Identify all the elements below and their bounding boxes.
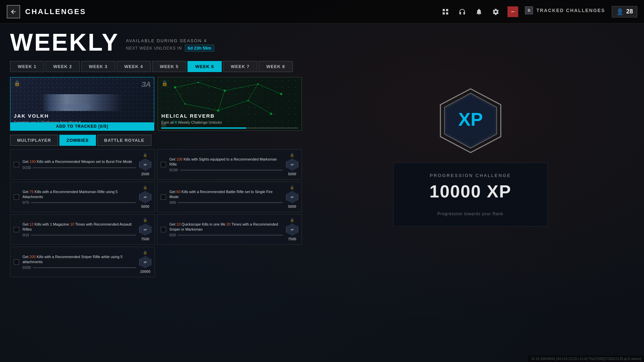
xp-hexagon-svg: XP (437, 87, 504, 154)
week-tab-week-1[interactable]: WEEK 1 (10, 61, 44, 72)
challenge-checkbox-5[interactable] (14, 227, 19, 232)
svg-line-9 (175, 82, 198, 87)
back-button[interactable] (7, 5, 20, 18)
grid-icon[interactable] (440, 7, 450, 17)
challenge-lock-icon-4: 🔒 (290, 185, 294, 190)
challenge-text-1: Get 150 Kills with a Recommended Weapon … (22, 159, 136, 169)
challenge-text-3: Get 75 Kills with a Recommended Marksman… (22, 189, 136, 205)
challenge-xp-badge-6: XP (286, 224, 298, 236)
challenge-right-4: 🔒 XP 5000 (286, 185, 298, 208)
mode-tab-battle-royale[interactable]: BATTLE ROYALE (97, 135, 152, 146)
challenge-right-2: 🔒 XP 5000 (286, 153, 298, 176)
challenge-checkbox-3[interactable] (14, 194, 19, 200)
challenge-checkbox-6[interactable] (161, 227, 166, 232)
jak-lock-icon: 🔒 (14, 80, 20, 86)
week-tab-week-8[interactable]: WEEK 8 (259, 61, 293, 72)
xp-badge-big: XP (434, 84, 507, 158)
challenge-desc-6: Get 10 Quickscope Kills in one life 20 T… (169, 222, 283, 232)
week-tab-week-5[interactable]: WEEK 5 (152, 61, 186, 72)
bell-icon[interactable] (474, 7, 484, 17)
week-tab-week-7[interactable]: WEEK 7 (223, 61, 257, 72)
week-tab-week-2[interactable]: WEEK 2 (46, 61, 80, 72)
week-tabs: WEEK 1WEEK 2WEEK 3WEEK 4WEEK 5WEEK 6WEEK… (10, 61, 634, 72)
jak-brand: ЗА (141, 80, 151, 89)
reward-card-helical-reverb[interactable]: 🔒 (158, 77, 302, 131)
challenge-item-2: Get 100 Kills with Sights equipped to a … (157, 149, 302, 180)
challenge-xp-badge-inner-5: XP (144, 229, 147, 231)
add-tracked-button[interactable]: ADD TO TRACKED [0/5] (10, 122, 154, 130)
challenge-progress-2: 0/100 (169, 168, 283, 172)
challenge-xp-badge-3: XP (139, 191, 151, 203)
challenge-progress-3: 0/75 (22, 201, 136, 204)
week-tab-week-6[interactable]: WEEK 6 (187, 61, 222, 72)
challenge-bar-1 (33, 167, 136, 168)
svg-line-18 (248, 84, 258, 101)
helical-progress-fill (161, 127, 246, 129)
svg-line-12 (258, 84, 281, 94)
week-tab-week-3[interactable]: WEEK 3 (81, 61, 115, 72)
challenge-right-5: 🔒 XP 7500 (139, 218, 151, 241)
challenge-text-6: Get 10 Quickscope Kills in one life 20 T… (169, 222, 283, 237)
weekly-unlock: NEXT WEEK UNLOCKS IN 6d 23h 59m (126, 45, 214, 52)
challenge-desc-3: Get 75 Kills with a Recommended Marksman… (22, 189, 136, 200)
challenge-desc-5: Get 12 Kills with 1 Magazine 10 Times wi… (22, 222, 136, 232)
challenge-checkbox-7[interactable] (14, 259, 19, 265)
challenge-lock-icon-6: 🔒 (290, 218, 294, 222)
tracked-challenges-button[interactable]: B TRACKED CHALLENGES (525, 6, 605, 17)
progression-title: PROGRESSION CHALLENGE (407, 173, 534, 178)
svg-line-16 (248, 101, 271, 114)
headphones-icon[interactable] (457, 7, 467, 17)
challenge-text-2: Get 100 Kills with Sights equipped to a … (169, 157, 283, 172)
challenge-lock-icon-2: 🔒 (290, 153, 294, 157)
page-title: CHALLENGES (25, 7, 86, 16)
challenge-progress-text-4: 0/60 (169, 201, 176, 204)
mode-tabs: MULTIPLAYERZOMBIESBATTLE ROYALE (10, 135, 302, 146)
challenge-desc-2: Get 100 Kills with Sights equipped to a … (169, 157, 283, 167)
challenge-right-7: 🔒 XP 10000 (139, 250, 151, 274)
challenge-grid: Get 150 Kills with a Recommended Weapon … (10, 149, 302, 277)
challenge-xp-num-3: 5000 (141, 204, 149, 208)
weekly-info: AVAILABLE DURING SEASON 4 NEXT WEEK UNLO… (126, 38, 214, 54)
right-panel: XP PROGRESSION CHALLENGE 10000 XP Progre… (307, 77, 634, 277)
content-area: 🔒 ЗА JAK VOLKH Complete any 5 Challenges… (10, 77, 634, 277)
challenge-text-4: Get 60 Kills with a Recommended Battle R… (169, 189, 283, 205)
challenge-progress-text-7: 0/200 (22, 266, 31, 269)
challenge-progress-text-6: 0/20 (169, 233, 176, 237)
challenge-lock-icon-3: 🔒 (143, 185, 148, 190)
mode-tab-zombies[interactable]: ZOMBIES (59, 135, 96, 146)
challenge-xp-num-6: 7500 (288, 237, 296, 241)
challenge-progress-text-1: 0/150 (22, 166, 31, 170)
challenge-checkbox-1[interactable] (14, 162, 19, 167)
week-tab-week-4[interactable]: WEEK 4 (117, 61, 151, 72)
challenge-checkbox-4[interactable] (161, 194, 166, 200)
svg-line-15 (218, 101, 248, 111)
challenge-xp-num-4: 5000 (288, 204, 296, 208)
challenge-text-7: Get 200 Kills with a Recommended Sniper … (22, 254, 136, 270)
challenge-xp-badge-inner-7: XP (144, 261, 147, 263)
unlock-label: NEXT WEEK UNLOCKS IN (126, 46, 182, 51)
svg-line-13 (175, 87, 185, 104)
player-level: 👤 28 (612, 6, 637, 17)
player-level-number: 28 (626, 8, 633, 15)
mode-tab-multiplayer[interactable]: MULTIPLAYER (10, 135, 58, 146)
weekly-header: WEEKLY AVAILABLE DURING SEASON 4 NEXT WE… (10, 30, 634, 54)
challenge-bar-4 (178, 202, 283, 203)
challenge-checkbox-2[interactable] (161, 162, 166, 167)
challenge-desc-1: Get 150 Kills with a Recommended Weapon … (22, 159, 136, 164)
challenge-right-6: 🔒 XP 7500 (286, 218, 298, 241)
challenge-xp-badge-inner-2: XP (290, 164, 293, 166)
challenge-bar-3 (31, 202, 136, 203)
challenge-desc-7: Get 200 Kills with a Recommended Sniper … (22, 254, 136, 265)
reward-card-jak-volkh[interactable]: 🔒 ЗА JAK VOLKH Complete any 5 Challenges… (10, 77, 154, 131)
minimize-button[interactable] (507, 6, 518, 17)
gear-icon[interactable] (491, 7, 501, 17)
weekly-season-label: AVAILABLE DURING SEASON 4 (126, 38, 214, 43)
challenge-lock-icon-1: 🔒 (143, 153, 148, 157)
challenge-progress-1: 0/150 (22, 166, 136, 170)
challenge-bar-6 (178, 235, 283, 236)
helical-desc: Earn all 8 Weekly Challenge Unlocks (161, 120, 222, 124)
challenge-right-3: 🔒 XP 5000 (139, 185, 151, 208)
challenge-progress-7: 0/200 (22, 266, 136, 269)
challenge-xp-badge-7: XP (139, 256, 151, 268)
weekly-title: WEEKLY (10, 30, 119, 54)
